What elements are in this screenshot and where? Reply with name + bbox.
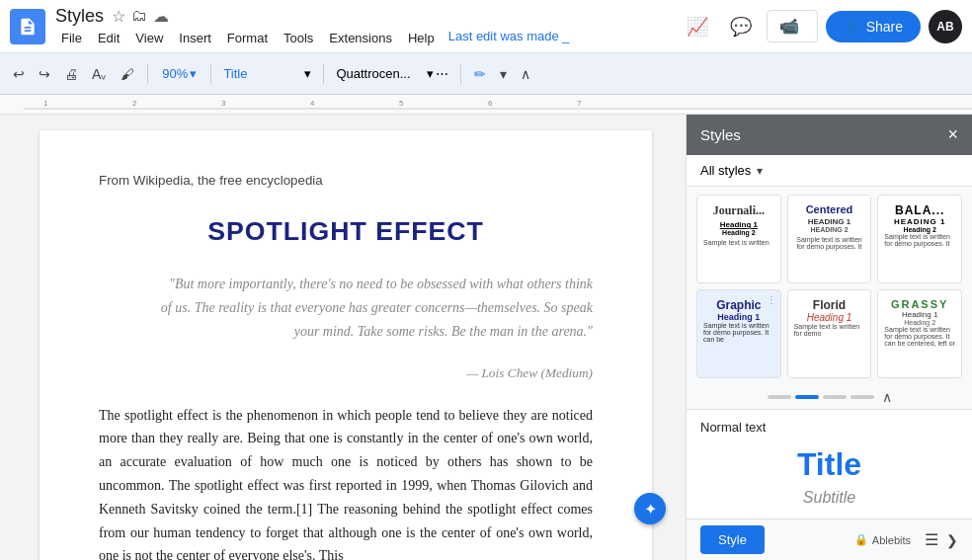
ruler: 1 2 3 4 5 6 7 [0, 95, 972, 115]
bala-sample: Sample text is written for demo purposes… [884, 233, 955, 247]
panel-filter[interactable]: All styles ▾ [687, 155, 972, 187]
menu-tools[interactable]: Tools [278, 29, 319, 47]
style-card-grassy[interactable]: GRASSY Heading 1 Heading 2 Sample text i… [877, 289, 962, 378]
font-family-chevron: ▾ [427, 66, 434, 81]
svg-text:4: 4 [310, 99, 315, 108]
toolbar-divider-2 [210, 64, 211, 84]
pen-chevron[interactable]: ▾ [495, 62, 512, 86]
font-style-value: Title [223, 66, 302, 81]
grassy-sample: Sample text is written for demo purposes… [884, 326, 955, 347]
panel-close-button[interactable]: × [947, 124, 958, 145]
document-body: The spotlight effect is the phenomenon i… [99, 404, 593, 560]
font-style-selector[interactable]: Title ▾ [219, 64, 315, 83]
subtitle-preview: Subtitle [700, 487, 958, 509]
centered-sample: Sample text is written for demo purposes… [794, 236, 865, 250]
floating-action-button[interactable]: ✦ [634, 493, 666, 524]
font-style-chevron: ▾ [304, 66, 311, 81]
menu-edit[interactable]: Edit [92, 29, 125, 47]
panel-footer-chevron[interactable]: ❯ [946, 532, 958, 548]
florid-title: Florid [794, 298, 865, 312]
document-quote: "But more importantly, there's no need t… [158, 273, 593, 343]
panel-title: Styles [700, 126, 741, 143]
zoom-selector[interactable]: 90% ▾ [156, 64, 202, 83]
graphic-title: Graphic [703, 298, 774, 312]
journali-h2: Heading 2 [703, 229, 774, 236]
comments-icon-btn[interactable]: 💬 [723, 9, 759, 44]
avatar[interactable]: AB [929, 10, 962, 43]
last-edit-link[interactable]: Last edit was made _ [448, 29, 570, 47]
ablebits-logo[interactable]: 🔒 Ablebits [854, 533, 911, 546]
panel-bottom: Normal text Title Subtitle [687, 409, 972, 519]
svg-text:2: 2 [132, 99, 137, 108]
style-card-florid[interactable]: Florid Heading 1 Sample text is written … [787, 289, 872, 378]
toolbar-divider-1 [147, 64, 148, 84]
centered-title: Centered [794, 203, 865, 215]
app-icon[interactable] [10, 9, 45, 44]
style-card-graphic[interactable]: ⋮ Graphic Heading 1 Sample text is writt… [696, 289, 781, 378]
spell-check-button[interactable]: Aᵥ [87, 62, 112, 86]
menu-format[interactable]: Format [221, 29, 274, 47]
document-attribution: — Lois Chew (Medium) [99, 362, 593, 383]
style-card-journali[interactable]: Journali... Heading 1 Heading 2 Sample t… [696, 195, 781, 283]
doc-title-area: Styles ☆ 🗂 ☁ File Edit View Insert Forma… [55, 6, 670, 47]
grassy-title: GRASSY [884, 298, 955, 310]
scroll-dot-3 [823, 395, 847, 399]
scroll-dot-4 [850, 395, 874, 399]
journali-h1: Heading 1 [703, 220, 774, 229]
menu-view[interactable]: View [129, 29, 169, 47]
doc-title[interactable]: Styles [55, 6, 104, 27]
svg-text:7: 7 [577, 99, 582, 108]
journali-title: Journali... [703, 203, 774, 218]
print-button[interactable]: 🖨 [59, 62, 83, 86]
font-family-selector[interactable]: Quattrocen... ▾ ⋯ [332, 64, 452, 83]
menu-insert[interactable]: Insert [173, 29, 217, 47]
svg-text:5: 5 [399, 99, 404, 108]
panel-header: Styles × [687, 115, 972, 155]
hamburger-icon[interactable]: ☰ [925, 530, 938, 549]
doc-icons: ☆ 🗂 ☁ [112, 7, 169, 26]
analytics-icon-btn[interactable]: 📈 [680, 9, 715, 44]
style-card-bala[interactable]: BALA... HEADING 1 Heading 2 Sample text … [877, 195, 962, 283]
share-button[interactable]: 👤 Share [826, 11, 921, 42]
zoom-chevron: ▾ [190, 66, 197, 81]
pen-button[interactable]: ✏ [469, 62, 491, 86]
grassy-h1: Heading 1 [884, 310, 955, 319]
toolbar-divider-3 [323, 64, 324, 84]
normal-text-label: Normal text [700, 420, 958, 435]
style-apply-button[interactable]: Style [700, 525, 765, 554]
undo-button[interactable]: ↩ [8, 62, 30, 86]
share-label: Share [866, 19, 903, 35]
scroll-up-button[interactable]: ∧ [882, 389, 892, 405]
meet-icon: 📹 [779, 17, 799, 36]
graphic-h1: Heading 1 [703, 312, 774, 322]
menu-help[interactable]: Help [402, 29, 441, 47]
main-area: From Wikipedia, the free encyclopedia SP… [0, 115, 972, 560]
meet-button[interactable]: 📹 [767, 10, 818, 42]
bala-h2: Heading 2 [884, 226, 955, 233]
document-area[interactable]: From Wikipedia, the free encyclopedia SP… [0, 115, 686, 560]
menu-file[interactable]: File [55, 29, 88, 47]
redo-button[interactable]: ↪ [34, 62, 55, 86]
menu-extensions[interactable]: Extensions [323, 29, 398, 47]
styles-panel: Styles × All styles ▾ Journali... Headin… [686, 115, 972, 560]
panel-footer: Style 🔒 Ablebits ☰ ❯ [687, 519, 972, 560]
ablebits-lock-icon: 🔒 [854, 533, 868, 546]
top-bar: Styles ☆ 🗂 ☁ File Edit View Insert Forma… [0, 0, 972, 53]
paint-format-button[interactable]: 🖌 [116, 62, 139, 86]
graphic-menu-dots[interactable]: ⋮ [767, 294, 776, 305]
svg-text:3: 3 [221, 99, 226, 108]
zoom-value: 90% [162, 66, 188, 81]
star-icon[interactable]: ☆ [112, 7, 125, 26]
filter-chevron-icon[interactable]: ▾ [757, 164, 763, 178]
styles-grid: Journali... Heading 1 Heading 2 Sample t… [687, 187, 972, 385]
graphic-sample: Sample text is written for demo purposes… [703, 322, 774, 343]
cloud-icon[interactable]: ☁ [153, 7, 169, 26]
toolbar-collapse[interactable]: ∧ [516, 62, 535, 86]
florid-sample: Sample text is written for demo [794, 323, 865, 337]
scroll-dot-1 [768, 395, 791, 399]
folder-icon[interactable]: 🗂 [131, 7, 147, 25]
docs-icon [18, 17, 38, 37]
florid-h1: Heading 1 [794, 312, 865, 323]
share-person-icon: 👤 [844, 19, 860, 35]
style-card-centered[interactable]: Centered HEADING 1 HEADING 2 Sample text… [787, 195, 872, 283]
